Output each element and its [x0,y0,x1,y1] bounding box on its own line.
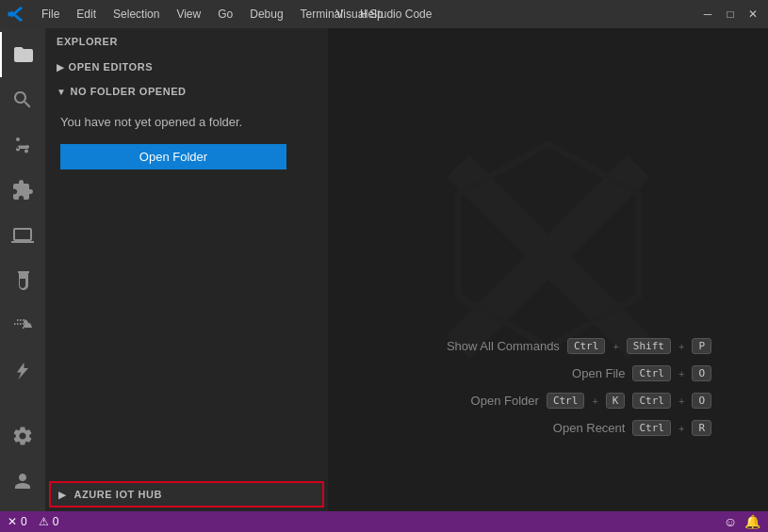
smiley-button[interactable]: ☺ [724,514,737,529]
activity-accounts[interactable] [0,459,45,504]
statusbar-right: ☺ 🔔 [724,514,760,529]
activity-source-control[interactable] [0,122,45,168]
no-folder-label: No Folder Opened [70,86,186,97]
kbd-ctrl-5: Ctrl [632,420,671,436]
no-folder-chevron: ▼ [57,87,66,97]
kbd-p: P [692,338,711,354]
close-button[interactable]: ✕ [745,7,760,22]
iot-hub-chevron: ▶ [58,490,67,500]
extensions-icon [11,179,34,202]
sidebar-content: You have not yet opened a folder. Open F… [45,100,328,185]
activity-settings[interactable] [0,413,45,459]
kbd-ctrl-1: Ctrl [567,338,606,354]
activity-search[interactable] [0,77,45,122]
activity-explorer[interactable] [0,32,45,77]
error-count: 0 [21,515,27,528]
menu-edit[interactable]: Edit [69,6,104,23]
maximize-button[interactable]: □ [723,7,738,22]
shortcut-show-all-commands: Show All Commands Ctrl + Shift + P [447,338,711,354]
no-folder-header[interactable]: ▼ No Folder Opened [45,83,328,100]
iot-hub-header[interactable]: ▶ AZURE IOT HUB [51,483,322,506]
search-icon [11,89,34,111]
kbd-r: R [692,420,711,436]
bell-button[interactable]: 🔔 [744,514,760,529]
source-control-icon [11,134,34,156]
sidebar-header: Explorer [45,28,328,55]
smiley-icon: ☺ [724,514,737,529]
accounts-icon [11,470,34,492]
activity-docker[interactable] [0,303,45,348]
titlebar: File Edit Selection View Go Debug Termin… [0,0,768,28]
warning-count: 0 [53,515,59,528]
statusbar-warnings[interactable]: ⚠ 0 [39,515,59,528]
no-folder-section: ▼ No Folder Opened You have not yet open… [45,79,328,188]
open-editors-header[interactable]: ▶ Open Editors [45,58,328,75]
shortcut-open-folder: Open Folder Ctrl + K Ctrl + O [447,393,711,409]
titlebar-controls: ─ □ ✕ [700,7,760,22]
iot-hub-label: AZURE IOT HUB [74,489,162,500]
kbd-ctrl-3: Ctrl [547,393,585,409]
menu-file[interactable]: File [34,6,67,23]
activity-extensions[interactable] [0,168,45,213]
azure-icon [11,360,34,382]
shortcut-label-open-recent: Open Recent [553,421,626,435]
kbd-ctrl-2: Ctrl [632,365,671,381]
files-icon [12,43,35,66]
kbd-shift: Shift [627,338,671,354]
activity-bar [0,28,45,511]
activity-test[interactable] [0,258,45,303]
vscode-logo-icon [8,6,25,23]
titlebar-title: Visual Studio Code [336,8,433,21]
kbd-o: O [692,365,711,381]
iot-hub-section: ▶ AZURE IOT HUB [49,481,324,508]
editor-area: Show All Commands Ctrl + Shift + P Open … [328,28,768,511]
sidebar: Explorer ▶ Open Editors ▼ No Folder Open… [45,28,328,511]
shortcut-label-open-folder: Open Folder [471,394,539,408]
titlebar-left: File Edit Selection View Go Debug Termin… [8,6,391,23]
activity-remote[interactable] [0,213,45,258]
kbd-o2: O [692,393,711,409]
menu-debug[interactable]: Debug [242,6,290,23]
warning-icon: ⚠ [39,515,49,528]
bell-icon: 🔔 [744,514,760,529]
shortcut-label-open-file: Open File [572,366,625,380]
gear-icon [11,425,34,447]
open-folder-button[interactable]: Open Folder [60,144,286,169]
kbd-k: K [606,393,626,409]
docker-icon [11,314,34,337]
shortcut-open-file: Open File Ctrl + O [447,365,711,381]
remote-icon [11,224,34,247]
menu-go[interactable]: Go [210,6,240,23]
statusbar-errors[interactable]: ✕ 0 [8,515,27,528]
no-folder-text: You have not yet opened a folder. [60,115,313,129]
error-icon: ✕ [8,515,17,528]
statusbar: ✕ 0 ⚠ 0 ☺ 🔔 [0,511,768,532]
statusbar-left: ✕ 0 ⚠ 0 [8,515,58,528]
vscode-watermark [435,132,662,362]
activity-azure[interactable] [0,348,45,394]
open-editors-label: Open Editors [69,61,154,73]
menu-selection[interactable]: Selection [106,6,167,23]
activity-bottom [0,413,45,511]
kbd-ctrl-4: Ctrl [632,393,671,409]
main-area: Explorer ▶ Open Editors ▼ No Folder Open… [0,28,768,511]
open-editors-chevron: ▶ [57,62,65,73]
shortcut-container: Show All Commands Ctrl + Shift + P Open … [447,338,711,436]
beaker-icon [11,269,34,292]
shortcut-label-show-all: Show All Commands [447,339,560,353]
open-editors-section: ▶ Open Editors [45,55,328,79]
shortcut-open-recent: Open Recent Ctrl + R [447,420,711,436]
minimize-button[interactable]: ─ [700,7,715,22]
menu-view[interactable]: View [169,6,208,23]
